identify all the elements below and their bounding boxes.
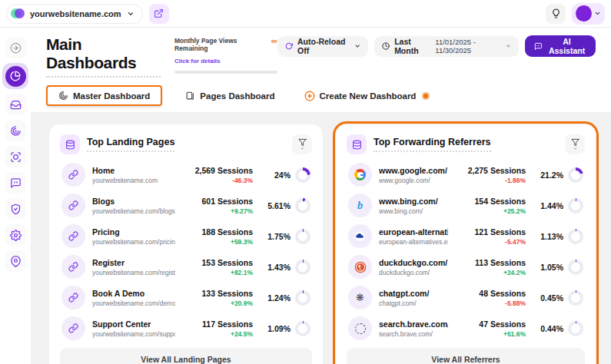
share-donut <box>568 167 583 183</box>
row-name: www.google.com/ <box>379 166 448 175</box>
share-donut <box>295 290 310 306</box>
share-percent: 0.44% <box>540 324 563 333</box>
tab-create-new-dashboard[interactable]: Create New Dashboard <box>298 87 437 105</box>
plus-circle-icon <box>304 91 315 101</box>
filter-button[interactable] <box>292 134 312 154</box>
sessions-delta: -5.88% <box>455 299 526 307</box>
row-url: yourwebsitename.com/register <box>92 269 175 276</box>
row-url: yourwebsitename.com/pricing <box>92 238 175 246</box>
row-url: yourwebsitename.com/support <box>92 330 175 338</box>
table-row[interactable]: Homeyourwebsitename.com 2,569 Sessions-4… <box>60 161 312 188</box>
lightbulb-icon <box>551 8 561 18</box>
date-range-value: 11/01/2025 - 11/30/2025 <box>435 38 501 55</box>
top-forwarding-referrers-card: Top Forwarding Referrers www.google.com/… <box>336 124 596 364</box>
sessions-value: 48 Sessions <box>455 289 526 298</box>
sidebar-item-sessions[interactable] <box>5 120 26 141</box>
dashboard-tabs: Master Dashboard Pages Dashboard Create … <box>46 85 596 112</box>
share-donut <box>295 167 310 183</box>
sidebar-item-privacy[interactable] <box>5 198 26 220</box>
tab-pages-dashboard[interactable]: Pages Dashboard <box>179 87 281 104</box>
sessions-delta: -5.47% <box>455 238 526 246</box>
table-row[interactable]: Book A Demoyourwebsitename.com/demo 133 … <box>60 284 312 311</box>
table-row[interactable]: Support Centeryourwebsitename.com/suppor… <box>60 315 312 342</box>
row-url: duckduckgo.com/ <box>379 269 448 276</box>
sessions-value: 153 Sessions <box>182 258 253 267</box>
share-donut <box>568 321 583 336</box>
sidebar-item-locations[interactable] <box>5 250 26 272</box>
row-url: chatgpt.com/ <box>379 299 448 307</box>
ideas-button[interactable] <box>546 4 566 24</box>
sidebar-item-settings[interactable] <box>5 224 26 246</box>
link-icon <box>61 316 85 340</box>
share-donut <box>568 290 583 306</box>
chevron-down-icon <box>506 43 511 49</box>
share-percent: 1.09% <box>267 324 291 333</box>
sidebar-item-chat[interactable] <box>5 172 26 194</box>
sidebar-item-dashboards[interactable] <box>2 63 28 89</box>
sessions-delta: +24.5% <box>182 330 253 338</box>
row-url: yourwebsitename.com/demo <box>92 299 175 307</box>
table-row[interactable]: www.google.com/www.google.com/ 2,275 Ses… <box>347 161 585 188</box>
share-donut <box>568 198 583 213</box>
share-percent: 21.2% <box>540 170 563 180</box>
topbar: yourwebsitename.com <box>0 0 611 28</box>
filter-button[interactable] <box>565 134 585 154</box>
sessions-value: 121 Sessions <box>455 227 526 237</box>
table-row[interactable]: b www.bing.com/www.bing.com/ 154 Session… <box>347 192 585 219</box>
table-row[interactable]: Blogsyourwebsitename.com/blogs 601 Sessi… <box>60 192 312 219</box>
site-selector-dropdown[interactable]: yourwebsitename.com <box>6 4 143 24</box>
app-window: yourwebsitename.com <box>0 0 611 364</box>
table-row[interactable]: search.brave.com/search.brave.com/ 47 Se… <box>347 315 585 342</box>
user-menu[interactable] <box>572 3 605 25</box>
sidebar-item-inbox[interactable] <box>5 94 26 115</box>
table-row[interactable]: Pricingyourwebsitename.com/pricing 188 S… <box>60 223 312 250</box>
database-icon <box>60 134 80 154</box>
table-row[interactable]: duckduckgo.com/duckduckgo.com/ 113 Sessi… <box>347 253 585 280</box>
sessions-delta: +25.2% <box>455 207 526 215</box>
date-range-picker[interactable]: Last Month 11/01/2025 - 11/30/2025 <box>374 36 519 57</box>
view-all-referrers-button[interactable]: View All Referrers <box>347 348 585 364</box>
row-name: chatgpt.com/ <box>379 289 448 298</box>
link-icon <box>61 163 85 187</box>
refresh-icon <box>285 41 293 51</box>
open-site-button[interactable] <box>149 4 169 24</box>
chat-bubble-icon <box>10 177 22 189</box>
tab-master-dashboard[interactable]: Master Dashboard <box>46 85 162 106</box>
european-alternatives-favicon <box>348 224 372 248</box>
chevron-down-icon <box>354 42 360 50</box>
table-row[interactable]: ❋ chatgpt.com/chatgpt.com/ 48 Sessions-5… <box>347 284 585 311</box>
sidebar-item-tracking[interactable] <box>5 146 26 167</box>
sidebar-item-expand[interactable] <box>5 37 26 58</box>
share-donut <box>295 198 310 213</box>
view-all-landing-pages-button[interactable]: View All Landing Pages <box>60 348 312 364</box>
auto-reload-dropdown[interactable]: Auto-Reload Off <box>277 36 368 57</box>
table-row[interactable]: Registeryourwebsitename.com/register 153… <box>60 253 312 280</box>
map-pin-icon <box>10 256 22 267</box>
share-donut <box>568 260 583 275</box>
row-url: european-alternatives.eu/ <box>379 238 448 246</box>
swirl-icon <box>58 91 68 101</box>
active-indicator <box>5 66 26 87</box>
avatar <box>576 5 592 22</box>
app-logo-icon <box>11 7 25 21</box>
share-percent: 1.05% <box>540 263 563 272</box>
page-views-quota: Monthly Page Views Remaining Click for d… <box>174 35 277 74</box>
duckduckgo-favicon <box>348 255 372 279</box>
table-row[interactable]: european-alternatives.eu/european-altern… <box>347 223 585 250</box>
tab-label: Pages Dashboard <box>200 91 274 101</box>
page-header: Main Dashboards Monthly Page Views Remai… <box>31 28 611 112</box>
inbox-icon <box>10 99 22 111</box>
database-icon <box>347 134 367 154</box>
new-feature-badge-icon <box>422 92 430 100</box>
row-url: yourwebsitename.com <box>92 177 175 184</box>
chevron-down-icon <box>573 147 578 151</box>
row-url: yourwebsitename.com/blogs <box>92 207 175 215</box>
filter-icon <box>571 138 579 147</box>
period-label: Last Month <box>394 37 430 55</box>
tab-label: Create New Dashboard <box>320 91 417 101</box>
row-name: Book A Demo <box>92 289 175 298</box>
ai-assistant-button[interactable]: AI Assistant <box>525 35 596 57</box>
chevron-down-icon <box>594 10 601 17</box>
sessions-value: 47 Sessions <box>455 319 526 329</box>
quota-details-link[interactable]: Click for details <box>174 58 221 65</box>
